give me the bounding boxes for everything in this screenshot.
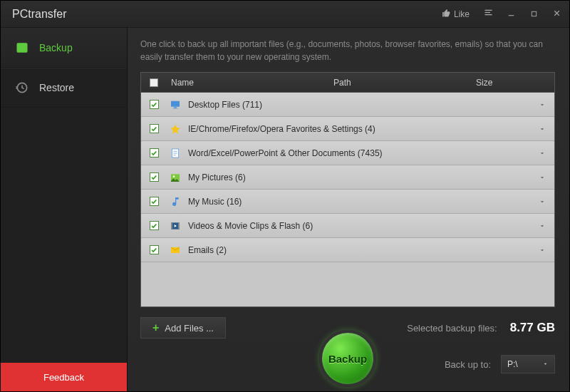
row-checkbox[interactable] [150,221,159,230]
svg-rect-4 [532,11,536,16]
row-expand-button[interactable] [530,247,554,254]
drive-value: P:\ [507,359,518,369]
selected-files-label: Selected backup files: [407,323,497,334]
row-type-icon [167,123,184,135]
table-rows: Desktop Files (711)IE/Chrome/Firefox/Ope… [141,93,554,306]
column-header-name[interactable]: Name [167,78,333,88]
svg-rect-20 [178,222,180,229]
close-button[interactable] [546,6,566,23]
svg-rect-11 [173,108,178,108]
row-checkbox-cell[interactable] [141,172,167,182]
feedback-label: Feedback [43,372,84,383]
main-panel: One click to back up all important files… [128,28,569,391]
table-row[interactable]: Videos & Movie Clips & Flash (6) [141,214,554,238]
selected-files-size: 8.77 GB [510,321,555,335]
backup-button-label: Backup [328,353,367,365]
table-row[interactable]: IE/Chrome/Firefox/Opera Favorites & Sett… [141,117,554,141]
row-checkbox[interactable] [150,197,159,206]
column-header-path[interactable]: Path [333,78,476,88]
row-checkbox-cell[interactable] [141,197,167,206]
sidebar-item-label: Restore [39,82,74,93]
svg-rect-19 [171,222,172,229]
menu-button[interactable] [478,6,498,23]
bottom-row-2: Backup Back up to: P:\ [140,346,555,383]
row-checkbox-cell[interactable] [141,100,167,109]
sidebar-item-restore[interactable]: Restore [1,68,127,108]
close-icon [552,8,561,21]
svg-rect-9 [171,100,180,106]
select-all-checkbox[interactable] [150,78,158,87]
menu-icon [483,7,494,21]
row-type-icon [167,172,184,183]
row-label: Desktop Files (711) [184,100,530,110]
row-label: Word/Excel/PowerPoint & Other Documents … [184,148,530,158]
row-checkbox[interactable] [150,100,159,109]
row-checkbox[interactable] [150,148,159,158]
sidebar-spacer [1,108,127,363]
minimize-button[interactable] [501,6,521,23]
row-expand-button[interactable] [530,150,554,157]
maximize-icon [530,8,538,21]
chevron-down-icon [542,359,549,369]
row-type-icon [167,148,184,159]
like-label: Like [454,9,470,19]
sidebar-item-backup[interactable]: Backup [1,28,127,68]
backup-button[interactable]: Backup [319,330,376,387]
row-checkbox[interactable] [150,172,159,182]
thumbs-up-icon [442,9,451,20]
row-checkbox-cell[interactable] [141,148,167,158]
file-table: Name Path Size Desktop Files (711)IE/Chr… [140,72,555,307]
restore-icon [15,81,29,95]
row-type-icon [167,196,184,207]
row-type-icon [167,220,184,232]
app-title: PCtransfer [12,8,436,21]
drive-select[interactable]: P:\ [501,355,555,373]
svg-point-17 [173,175,175,177]
table-row[interactable]: Emails (2) [141,238,554,262]
maximize-button[interactable] [524,6,544,23]
row-label: My Music (16) [184,197,530,207]
row-expand-button[interactable] [530,198,554,205]
plus-icon: + [152,321,159,334]
row-checkbox-cell[interactable] [141,245,167,254]
row-expand-button[interactable] [530,174,554,181]
column-header-size[interactable]: Size [476,78,554,88]
sidebar-item-label: Backup [39,42,73,53]
description-text: One click to back up all important files… [140,38,555,63]
titlebar: PCtransfer Like [1,1,569,28]
backup-to-label: Back up to: [445,359,491,370]
feedback-button[interactable]: Feedback [1,363,127,391]
app-window: PCtransfer Like [0,0,570,392]
table-row[interactable]: Desktop Files (711) [141,93,554,117]
bottom-bar: + Add Files ... Selected backup files: 8… [140,307,555,383]
add-files-label: Add Files ... [165,323,214,334]
row-label: IE/Chrome/Firefox/Opera Favorites & Sett… [184,124,530,134]
row-checkbox[interactable] [150,245,159,254]
minimize-icon [507,8,516,21]
row-checkbox-cell[interactable] [141,221,167,230]
app-body: Backup Restore Feedback One click to bac… [1,28,569,391]
table-header: Name Path Size [141,73,554,93]
table-row[interactable]: Word/Excel/PowerPoint & Other Documents … [141,141,554,165]
row-expand-button[interactable] [530,222,554,229]
row-type-icon [167,244,184,256]
row-checkbox-cell[interactable] [141,124,167,133]
svg-rect-10 [174,107,177,108]
row-checkbox[interactable] [150,124,159,133]
titlebar-actions: Like [436,6,566,23]
row-type-icon [167,99,184,110]
row-label: Emails (2) [184,245,530,255]
row-label: Videos & Movie Clips & Flash (6) [184,221,530,231]
row-label: My Pictures (6) [184,172,530,182]
row-expand-button[interactable] [530,101,554,108]
table-row[interactable]: My Music (16) [141,190,554,214]
add-files-button[interactable]: + Add Files ... [140,317,226,339]
row-expand-button[interactable] [530,125,554,133]
backup-icon [15,41,29,55]
table-row[interactable]: My Pictures (6) [141,165,554,190]
sidebar: Backup Restore Feedback [1,28,128,391]
header-checkbox-cell[interactable] [141,78,167,87]
like-button[interactable]: Like [436,7,475,21]
